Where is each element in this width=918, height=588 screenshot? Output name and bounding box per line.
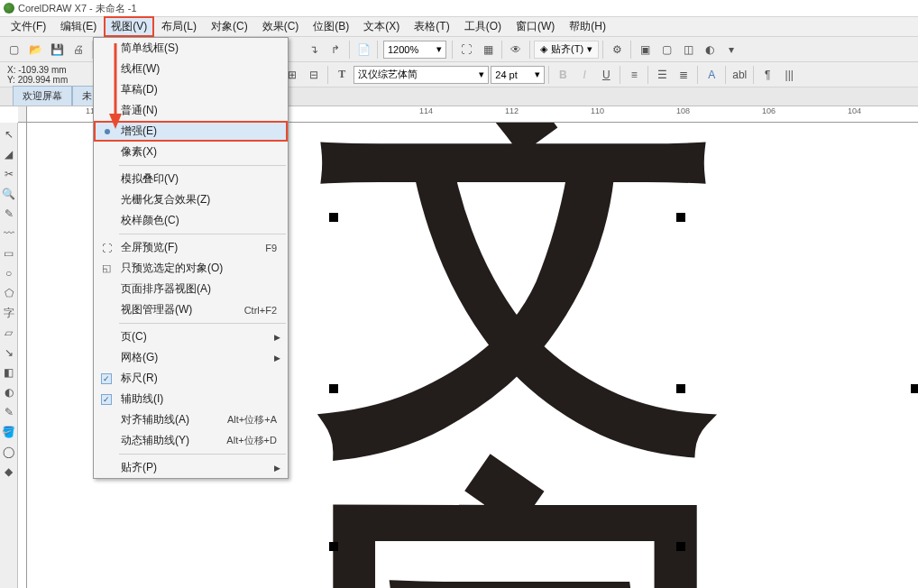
- bullets-icon[interactable]: ☰: [652, 65, 672, 85]
- menu-file[interactable]: 文件(F): [4, 16, 53, 37]
- menu-item-label: 像素(X): [121, 144, 157, 160]
- menu-help[interactable]: 帮助(H): [562, 16, 613, 37]
- launch4-icon[interactable]: ◐: [700, 40, 720, 60]
- menu-text[interactable]: 文本(X): [356, 16, 407, 37]
- menu-window[interactable]: 窗口(W): [509, 16, 562, 37]
- rectangle-tool[interactable]: ▭: [1, 243, 17, 263]
- outline-tool[interactable]: ◯: [1, 442, 17, 462]
- fullscreen-icon[interactable]: ⛶: [456, 40, 476, 60]
- menu-item-Z[interactable]: 光栅化复合效果(Z): [94, 189, 288, 210]
- menu-item-P[interactable]: 贴齐(P)▶: [94, 457, 288, 478]
- menu-item-A[interactable]: 页面排序器视图(A): [94, 279, 288, 299]
- snap-dropdown[interactable]: ◈ 贴齐(T) ▾: [534, 41, 599, 59]
- menu-tools[interactable]: 工具(O): [457, 16, 509, 37]
- menu-item-label: 对齐辅助线(A): [121, 412, 189, 427]
- launch3-icon[interactable]: ◫: [678, 40, 698, 60]
- menu-item-C[interactable]: 校样颜色(C): [94, 210, 288, 231]
- font-selector[interactable]: 汉仪综艺体简▾: [353, 66, 489, 84]
- dropcap-icon[interactable]: ≣: [674, 65, 693, 85]
- tab-document[interactable]: 未: [72, 86, 95, 106]
- canvas-text[interactable]: 文字: [316, 123, 918, 588]
- menu-edit[interactable]: 编辑(E): [53, 16, 104, 37]
- eyedropper-tool[interactable]: ✎: [1, 402, 17, 422]
- vertical-ruler[interactable]: [18, 123, 27, 588]
- options-icon[interactable]: ⚙: [607, 40, 627, 60]
- crop-tool[interactable]: ✂: [1, 164, 17, 184]
- menu-item-O[interactable]: ◱只预览选定的对象(O): [94, 258, 288, 279]
- menu-item-C[interactable]: 页(C)▶: [94, 326, 288, 347]
- menu-layout[interactable]: 布局(L): [154, 16, 204, 37]
- menu-item-label: 校样颜色(C): [121, 213, 179, 228]
- text-tool[interactable]: 字: [1, 303, 17, 323]
- launch2-icon[interactable]: ▢: [656, 40, 676, 60]
- selection-handle[interactable]: [676, 542, 685, 551]
- pick-tool[interactable]: ↖: [1, 124, 17, 144]
- distribute-icon[interactable]: ⊟: [304, 65, 324, 85]
- separator: [620, 66, 620, 84]
- open-icon[interactable]: 📂: [25, 40, 45, 60]
- bold-icon[interactable]: B: [553, 65, 573, 85]
- align-left-icon[interactable]: ≡: [624, 65, 644, 85]
- menu-separator: [119, 165, 286, 166]
- text-tool-icon[interactable]: T: [332, 65, 352, 85]
- connector-tool[interactable]: ↘: [1, 343, 17, 363]
- menu-item-I[interactable]: ✓辅助线(I): [94, 389, 288, 409]
- selection-handle[interactable]: [676, 384, 685, 393]
- char-format-icon[interactable]: A: [702, 65, 721, 85]
- blend-tool[interactable]: ◧: [1, 363, 17, 382]
- menu-item-label: 只预览选定的对象(O): [121, 261, 223, 276]
- menu-effects[interactable]: 效果(C): [255, 16, 307, 37]
- transparency-tool[interactable]: ◐: [1, 382, 17, 402]
- preview-icon[interactable]: 👁: [506, 40, 526, 60]
- freehand-tool[interactable]: ✎: [1, 204, 17, 224]
- selection-handle[interactable]: [329, 213, 338, 222]
- polygon-tool[interactable]: ⬠: [1, 283, 17, 303]
- separator: [647, 66, 648, 84]
- columns-icon[interactable]: |||: [779, 65, 799, 85]
- menu-item-X[interactable]: 像素(X): [94, 142, 288, 162]
- ellipse-tool[interactable]: ○: [1, 263, 17, 283]
- selection-handle[interactable]: [329, 384, 338, 393]
- selection-handle[interactable]: [676, 213, 685, 222]
- menu-item-W[interactable]: 视图管理器(W)Ctrl+F2: [94, 299, 288, 320]
- fill-tool[interactable]: 🪣: [1, 422, 17, 442]
- zoom-tool[interactable]: 🔍: [1, 184, 17, 204]
- menu-bitmap[interactable]: 位图(B): [306, 16, 356, 37]
- check-icon: ✓: [101, 394, 112, 405]
- grid-icon[interactable]: ▦: [478, 40, 498, 60]
- dropdown-icon[interactable]: ▾: [721, 40, 741, 60]
- menu-item-R[interactable]: ✓标尺(R): [94, 368, 288, 389]
- underline-icon[interactable]: U: [596, 65, 616, 85]
- new-icon[interactable]: ▢: [4, 40, 23, 60]
- menu-item-label: 页面排序器视图(A): [121, 281, 211, 297]
- edit-text-icon[interactable]: abl: [730, 65, 749, 85]
- smart-fill-tool[interactable]: ◆: [1, 462, 17, 482]
- import-icon[interactable]: ↴: [304, 40, 324, 60]
- parallel-tool[interactable]: ▱: [1, 323, 17, 343]
- save-icon[interactable]: 💾: [47, 40, 67, 60]
- menu-item-G[interactable]: 网格(G)▶: [94, 347, 288, 368]
- menu-item-V[interactable]: 模拟叠印(V): [94, 169, 288, 189]
- font-size[interactable]: 24 pt▾: [491, 66, 545, 84]
- menu-item-F[interactable]: ⛶全屏预览(F)F9: [94, 237, 288, 258]
- menu-item-label: 草稿(D): [121, 82, 158, 97]
- artistic-tool[interactable]: 〰: [1, 224, 17, 243]
- menu-view[interactable]: 视图(V): [104, 16, 154, 37]
- menu-item-A[interactable]: 对齐辅助线(A)Alt+位移+A: [94, 409, 288, 430]
- export-icon[interactable]: ↱: [326, 40, 345, 60]
- tab-welcome[interactable]: 欢迎屏幕: [13, 86, 72, 106]
- menu-object[interactable]: 对象(C): [204, 16, 255, 37]
- selection-handle[interactable]: [329, 542, 338, 551]
- shape-tool[interactable]: ◢: [1, 144, 17, 164]
- selection-handle[interactable]: [911, 384, 918, 393]
- italic-icon[interactable]: I: [574, 65, 594, 85]
- menu-table[interactable]: 表格(T): [407, 16, 456, 37]
- menu-item-Y[interactable]: 动态辅助线(Y)Alt+位移+D: [94, 430, 288, 451]
- print-icon[interactable]: 🖨: [69, 40, 88, 60]
- zoom-level[interactable]: 1200%▾: [383, 41, 446, 59]
- menu-separator: [119, 234, 286, 234]
- menu-item-label: 网格(G): [121, 350, 158, 365]
- launch1-icon[interactable]: ▣: [635, 40, 655, 60]
- pdf-icon[interactable]: 📄: [353, 40, 373, 60]
- direction-icon[interactable]: ¶: [757, 65, 777, 85]
